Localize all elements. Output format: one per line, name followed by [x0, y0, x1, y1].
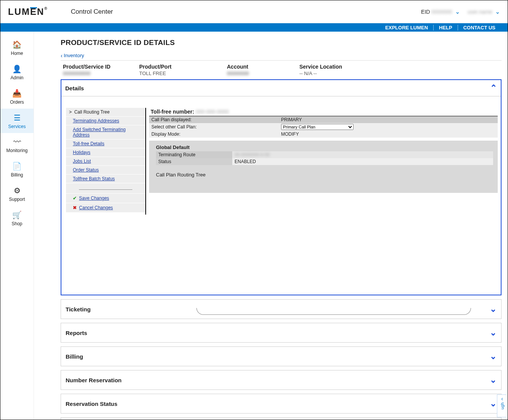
call-plan-template-header[interactable]: Call Plan Template ⌄	[61, 418, 501, 420]
logo: LUMEN®	[8, 6, 48, 17]
monitoring-icon: 〰	[13, 138, 21, 146]
nav-tree-head[interactable]: > Call Routing Tree	[66, 108, 145, 117]
reservation-status-header[interactable]: Reservation Status ⌄	[61, 394, 501, 413]
chevron-down-icon: ⌄	[455, 8, 460, 15]
top-nav-bar: EXPLORE LUMEN HELP CONTACT US	[0, 23, 508, 32]
nav-batch-status[interactable]: Tollfree Batch Status	[73, 176, 115, 181]
details-panel-title: Details	[65, 85, 84, 91]
reservation-status-accordion: Reservation Status ⌄	[61, 394, 502, 414]
check-icon: ✔	[73, 196, 77, 201]
billing-accordion: Billing ⌄	[61, 346, 502, 366]
sidebar-item-billing[interactable]: 📄 Billing	[0, 157, 34, 181]
save-changes-link[interactable]: ✔ Save Changes	[66, 194, 145, 203]
help-link[interactable]: HELP	[433, 25, 458, 30]
nav-terminating-addresses[interactable]: Terminating Addresses	[73, 118, 119, 123]
call-plan-displayed-value: PRIMARY	[279, 116, 498, 123]
billing-icon: 📄	[12, 162, 22, 171]
services-icon: ☰	[14, 113, 21, 122]
eid-dropdown[interactable]: EID 0000000 ⌄	[421, 8, 460, 15]
sidebar-item-label: Admin	[10, 75, 23, 80]
product-id-value: 0000000000	[63, 71, 139, 76]
orders-icon: 📥	[12, 89, 22, 98]
reports-accordion: Reports ⌄	[61, 323, 502, 343]
product-id-label: Product/Service ID	[63, 64, 139, 70]
cancel-changes-link[interactable]: ✖ Cancel Changes	[66, 203, 145, 213]
chevron-left-icon: ‹	[501, 396, 503, 402]
chevron-down-icon: ⌄	[490, 351, 497, 361]
sidebar-item-support[interactable]: ⚙ Support	[0, 181, 34, 206]
sidebar-item-label: Services	[8, 124, 26, 129]
nav-jobs-list[interactable]: Jobs List	[73, 159, 91, 164]
product-port-value: TOLL FREE	[139, 71, 227, 76]
user-dropdown[interactable]: user.name ⌄	[468, 8, 500, 15]
details-panel-header[interactable]: Details ⌃	[61, 80, 501, 96]
terminating-route-value: 00-0000000-0-00	[235, 152, 270, 157]
eid-value: 0000000	[431, 9, 452, 15]
edge-page-tab[interactable]: ‹ ugh	[497, 394, 507, 417]
nav-order-status[interactable]: Order Status	[73, 167, 99, 173]
call-routing-nav: > Call Routing Tree Terminating Addresse…	[66, 108, 146, 215]
page-title: PRODUCT/SERVICE ID DETAILS	[61, 38, 502, 47]
global-default-title: Global Default	[156, 144, 493, 150]
service-loc-value: -- N/A --	[299, 71, 499, 76]
display-mode-label: Display Mode:	[149, 131, 279, 138]
sidebar-item-shop[interactable]: 🛒 Shop	[0, 206, 34, 230]
support-icon: ⚙	[14, 186, 21, 195]
eid-label: EID	[421, 9, 430, 15]
chevron-down-icon: ⌄	[490, 304, 497, 314]
nav-toll-free-details[interactable]: Toll-free Details	[73, 141, 104, 146]
home-icon: 🏠	[12, 40, 22, 49]
sidebar-item-label: Billing	[11, 172, 23, 178]
chevron-down-icon: ⌄	[495, 8, 500, 15]
sidebar-item-label: Monitoring	[6, 148, 27, 153]
detail-right-pane: Toll-free number: 000-000-0000 Call Plan…	[149, 108, 498, 215]
chevron-up-icon: ⌃	[490, 83, 497, 93]
app-title: Control Center	[71, 8, 113, 16]
sidebar-item-services[interactable]: ☰ Services	[0, 109, 34, 133]
display-mode-value: MODIFY	[279, 131, 498, 138]
call-plan-displayed-label: Call Plan displayed:	[149, 116, 279, 123]
chevron-left-icon: ‹	[61, 52, 63, 59]
sidebar-item-monitoring[interactable]: 〰 Monitoring	[0, 133, 34, 157]
admin-icon: 👤	[12, 64, 22, 74]
x-icon: ✖	[73, 205, 77, 210]
status-label: Status	[156, 158, 232, 165]
number-reservation-header[interactable]: Number Reservation ⌄	[61, 370, 501, 390]
number-reservation-accordion: Number Reservation ⌄	[61, 370, 502, 390]
sidebar-item-label: Support	[9, 197, 25, 202]
nav-holidays[interactable]: Holidays	[73, 150, 90, 155]
sidebar-item-orders[interactable]: 📥 Orders	[0, 84, 34, 109]
sidebar-item-label: Orders	[10, 99, 24, 105]
account-label: Account	[227, 64, 299, 70]
chevron-down-icon: ⌄	[490, 328, 497, 338]
terminating-route-label: Terminating Route	[156, 151, 232, 158]
contact-us-link[interactable]: CONTACT US	[458, 25, 501, 30]
edge-tab-label: ugh	[500, 402, 505, 409]
account-value: 00000000	[227, 71, 299, 76]
call-plan-template-accordion: Call Plan Template ⌄	[61, 417, 502, 420]
billing-header[interactable]: Billing ⌄	[61, 347, 501, 366]
explore-lumen-link[interactable]: EXPLORE LUMEN	[380, 25, 433, 30]
chevron-down-icon: ⌄	[490, 375, 497, 385]
toll-free-value: 000-000-0000	[196, 109, 229, 115]
shop-icon: 🛒	[12, 210, 22, 220]
sidebar-item-admin[interactable]: 👤 Admin	[0, 60, 34, 84]
panel-bottom-curve	[196, 308, 471, 315]
chevron-down-icon: ⌄	[490, 399, 497, 409]
routing-tree-title: Call Plan Routing Tree	[156, 172, 493, 178]
global-default-box: Global Default Terminating Route 00-0000…	[149, 141, 498, 193]
back-link-label: Inventory	[64, 53, 84, 58]
call-plan-select[interactable]: Primary Call Plan	[281, 124, 354, 130]
service-loc-label: Service Location	[299, 64, 499, 70]
status-value: ENABLED	[232, 158, 493, 165]
nav-add-switched[interactable]: Add Switched Terminating Address	[73, 127, 126, 138]
sidebar-item-home[interactable]: 🏠 Home	[0, 35, 34, 60]
sidebar-item-label: Shop	[11, 221, 22, 226]
product-port-label: Product/Port	[139, 64, 227, 70]
details-panel: Details ⌃ > Call Routing Tree Terminatin…	[61, 79, 502, 295]
back-to-inventory-link[interactable]: ‹ Inventory	[61, 52, 84, 59]
reports-header[interactable]: Reports ⌄	[61, 323, 501, 342]
top-header: LUMEN® Control Center EID 0000000 ⌄ user…	[0, 0, 508, 23]
toll-free-label: Toll-free number:	[151, 109, 194, 115]
sidebar-item-label: Home	[11, 51, 23, 56]
